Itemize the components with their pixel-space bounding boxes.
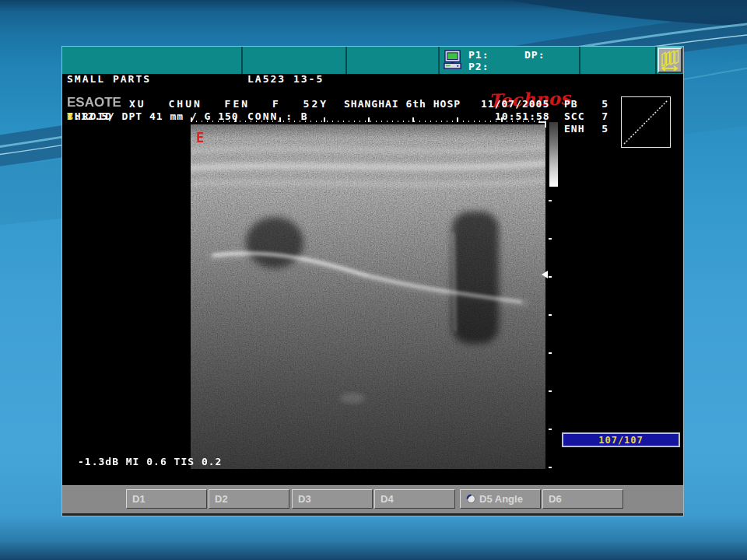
softkey-d2-label: D2 (215, 493, 228, 505)
frame-counter-value: 107/107 (598, 435, 644, 446)
softkey-d6[interactable]: D6 (542, 489, 623, 509)
print-p1-label: P1: (468, 49, 489, 61)
acoustic-power-readout: -1.3dB MI 0.6 TIS 0.2 (78, 456, 222, 467)
pb-setting: PB 5 (564, 98, 608, 110)
status-bar: SMALL PARTS THROID LA523 13-5 CONN : B P… (62, 47, 683, 74)
enh-label: ENH (564, 123, 584, 135)
scc-setting: SCC 7 (564, 110, 608, 122)
b-mode-label: B (67, 110, 74, 122)
print-p2-label: P2: (468, 61, 489, 72)
scc-value: 7 (601, 110, 608, 122)
softkey-d5-angle[interactable]: D5 Angle (460, 489, 541, 509)
statusbar-divider (345, 47, 347, 74)
statusbar-divider (579, 47, 580, 74)
ultrasound-screen: SMALL PARTS THROID LA523 13-5 CONN : B P… (62, 47, 683, 516)
rotary-knob-icon (466, 494, 476, 504)
softkey-d1-label: D1 (132, 493, 146, 505)
statusbar-divider (655, 47, 657, 74)
orientation-marker: E (196, 130, 204, 145)
softkey-d2[interactable]: D2 (209, 489, 289, 509)
softkey-d6-label: D6 (549, 493, 562, 505)
probe-model: LA523 13-5 (247, 73, 324, 86)
exam-date: 11/07/2005 (481, 98, 549, 110)
statusbar-divider (438, 47, 440, 74)
statusbar-divider (241, 47, 243, 74)
slide-background: SMALL PARTS THROID LA523 13-5 CONN : B P… (0, 0, 747, 560)
film-cine-icon[interactable] (658, 47, 682, 73)
focus-marker-arrow (538, 271, 548, 278)
frame-counter-badge: 107/107 (562, 432, 680, 447)
softkey-d4-label: D4 (381, 493, 394, 505)
enh-setting: ENH 5 (564, 123, 608, 135)
image-corner-marker (538, 121, 546, 128)
scc-label: SCC (564, 110, 584, 122)
patient-name: XU CHUN FEN F 52Y (129, 98, 328, 110)
depth-ruler-ticks (549, 200, 552, 474)
enh-value: 5 (601, 123, 608, 135)
softkey-d3-label: D3 (298, 493, 311, 505)
softkey-d4[interactable]: D4 (374, 489, 455, 509)
softkey-bar: D1 D2 D3 D4 D5 Angle D6 (62, 485, 683, 516)
ultrasound-b-mode-image (191, 124, 545, 469)
gamma-curve-box (621, 96, 671, 148)
computer-icon (443, 50, 464, 71)
print-dp-label: DP: (524, 49, 545, 61)
hospital-name: SHANGHAI 6th HOSP (344, 98, 461, 110)
pb-value: 5 (601, 98, 608, 110)
softkey-d5-label: D5 Angle (479, 493, 523, 505)
horizontal-ruler-minor-ticks (191, 121, 545, 122)
esaote-logo: ESAOTE (67, 96, 121, 110)
pb-label: PB (564, 98, 578, 110)
softkey-d3[interactable]: D3 (292, 489, 373, 509)
softkey-d1[interactable]: D1 (126, 489, 207, 509)
preset-name: SMALL PARTS (67, 73, 151, 86)
grayscale-bar (549, 122, 558, 187)
